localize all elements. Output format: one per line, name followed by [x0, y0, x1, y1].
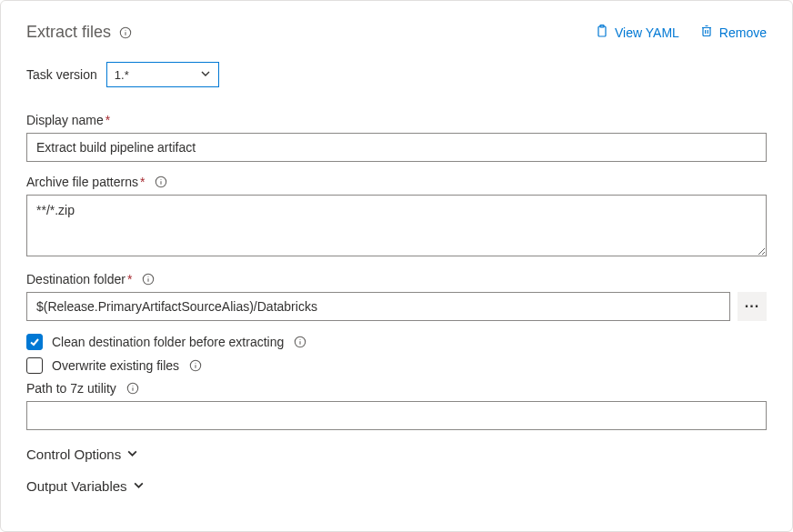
info-icon[interactable] — [188, 358, 203, 373]
overwrite-checkbox-row: Overwrite existing files — [26, 357, 767, 374]
path-7z-field: Path to 7z utility — [26, 381, 767, 430]
clipboard-icon — [595, 24, 609, 41]
svg-point-21 — [196, 363, 196, 364]
task-version-select[interactable]: 1.* — [106, 62, 219, 87]
svg-point-24 — [132, 386, 133, 386]
path-7z-input[interactable] — [26, 401, 767, 430]
archive-patterns-label: Archive file patterns* — [26, 175, 767, 189]
header-actions: View YAML Remove — [595, 24, 767, 41]
task-config-panel: Extract files View YAML Remove Task vers… — [0, 0, 793, 532]
trash-icon — [699, 24, 714, 41]
remove-button[interactable]: Remove — [699, 24, 767, 41]
archive-patterns-input[interactable] — [26, 195, 767, 256]
overwrite-checkbox[interactable] — [26, 357, 43, 374]
chevron-down-icon — [133, 478, 145, 494]
panel-header: Extract files View YAML Remove — [26, 23, 767, 42]
task-version-row: Task version 1.* — [26, 62, 767, 87]
destination-folder-label: Destination folder* — [26, 272, 767, 286]
info-icon[interactable] — [141, 272, 156, 286]
svg-point-15 — [148, 276, 149, 277]
svg-point-2 — [125, 29, 126, 30]
task-version-label: Task version — [26, 67, 97, 82]
path-7z-label: Path to 7z utility — [26, 381, 767, 396]
output-variables-header[interactable]: Output Variables — [26, 478, 767, 494]
chevron-down-icon — [126, 447, 138, 462]
svg-rect-3 — [598, 26, 606, 36]
clean-dest-checkbox[interactable] — [26, 334, 43, 350]
display-name-label: Display name* — [26, 113, 767, 127]
title-group: Extract files — [26, 23, 133, 42]
browse-button[interactable]: ··· — [738, 292, 767, 321]
remove-label: Remove — [719, 25, 767, 40]
chevron-down-icon — [200, 68, 211, 82]
overwrite-label: Overwrite existing files — [52, 358, 179, 373]
svg-rect-5 — [703, 28, 710, 36]
info-icon[interactable] — [118, 25, 133, 40]
checkmark-icon — [29, 336, 40, 347]
destination-folder-row: ··· — [26, 292, 767, 321]
info-icon[interactable] — [154, 175, 168, 189]
control-options-header[interactable]: Control Options — [26, 447, 767, 462]
task-version-value: 1.* — [115, 68, 129, 82]
archive-patterns-field: Archive file patterns* — [26, 175, 767, 259]
svg-point-12 — [161, 179, 162, 180]
display-name-field: Display name* — [26, 113, 767, 162]
clean-dest-label: Clean destination folder before extracti… — [52, 335, 284, 349]
display-name-input[interactable] — [26, 133, 767, 162]
destination-folder-input[interactable] — [26, 292, 730, 321]
info-icon[interactable] — [125, 381, 140, 396]
info-icon[interactable] — [293, 335, 307, 349]
clean-dest-checkbox-row: Clean destination folder before extracti… — [26, 334, 767, 350]
view-yaml-label: View YAML — [615, 25, 679, 40]
view-yaml-button[interactable]: View YAML — [595, 24, 679, 41]
control-options-label: Control Options — [26, 447, 121, 462]
panel-title: Extract files — [26, 23, 111, 42]
ellipsis-icon: ··· — [745, 298, 759, 315]
destination-folder-field: Destination folder* ··· — [26, 272, 767, 321]
svg-point-18 — [300, 339, 301, 340]
output-variables-label: Output Variables — [26, 478, 127, 494]
